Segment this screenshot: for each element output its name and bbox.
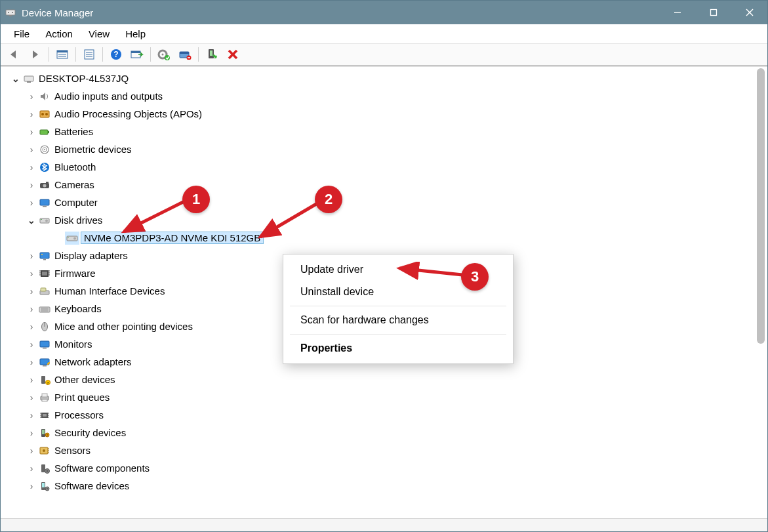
- expand-icon[interactable]: ›: [26, 162, 37, 173]
- expand-icon[interactable]: ›: [26, 375, 37, 385]
- svg-rect-44: [46, 182, 49, 184]
- menu-file[interactable]: File: [6, 26, 37, 42]
- help-button[interactable]: ?: [106, 45, 126, 64]
- tree-category-sensors[interactable]: ›Sensors: [6, 441, 767, 459]
- tree-category-swdev[interactable]: ›Software devices: [6, 477, 767, 495]
- battery-icon: [37, 125, 52, 138]
- tree-item-label: DESKTOP-4L537JQ: [39, 73, 129, 84]
- expand-icon[interactable]: ›: [26, 144, 37, 155]
- tree-category-security[interactable]: ›Security devices: [6, 424, 767, 441]
- scrollbar-thumb[interactable]: [757, 68, 765, 344]
- expand-icon[interactable]: ›: [26, 197, 37, 208]
- svg-rect-5: [710, 10, 716, 16]
- tree-item-label: Bluetooth: [54, 161, 96, 173]
- expand-icon[interactable]: ›: [26, 268, 37, 279]
- svg-point-34: [41, 113, 44, 115]
- collapse-icon[interactable]: ⌄: [10, 73, 22, 84]
- statusbar: [1, 518, 767, 531]
- svg-point-48: [45, 219, 48, 222]
- svg-point-51: [73, 237, 76, 239]
- uninstall-device-button[interactable]: [175, 45, 195, 64]
- tree-category-swcomp[interactable]: ›Software components: [6, 459, 767, 477]
- show-hide-console-tree-button[interactable]: [52, 45, 72, 64]
- svg-line-107: [260, 201, 321, 237]
- tree-category-cpu[interactable]: ›Processors: [6, 406, 767, 424]
- svg-rect-32: [27, 81, 31, 83]
- scrollbar[interactable]: [756, 67, 766, 506]
- menu-view[interactable]: View: [81, 26, 117, 42]
- tree-category-battery[interactable]: ›Batteries: [6, 123, 767, 140]
- svg-rect-57: [42, 272, 47, 276]
- expand-icon[interactable]: ›: [26, 91, 37, 102]
- collapse-icon[interactable]: ⌄: [26, 215, 37, 226]
- expand-icon[interactable]: ›: [26, 428, 37, 438]
- tree-category-camera[interactable]: ›Cameras: [6, 176, 767, 194]
- scan-hardware-button[interactable]: [127, 45, 147, 64]
- nav-forward-button[interactable]: [26, 45, 45, 64]
- hid-icon: [37, 285, 52, 298]
- tree-category-other[interactable]: ›?Other devices: [6, 371, 767, 388]
- window-title: Device Manager: [22, 7, 659, 18]
- tree-root[interactable]: ⌄DESKTOP-4L537JQ: [6, 70, 767, 87]
- biometric-icon: [37, 143, 52, 156]
- tree-category-apo[interactable]: ›Audio Processing Objects (APOs): [6, 105, 767, 123]
- expand-icon[interactable]: ›: [26, 410, 37, 420]
- svg-point-3: [12, 12, 13, 13]
- expand-icon[interactable]: ›: [26, 251, 37, 261]
- toolbar-separator: [102, 47, 103, 62]
- properties-button[interactable]: [79, 45, 99, 64]
- expand-icon[interactable]: ›: [26, 357, 37, 367]
- security-icon: [37, 426, 52, 440]
- svg-rect-83: [43, 414, 47, 417]
- annotation-badge-1: 1: [182, 186, 210, 213]
- svg-text:?: ?: [113, 50, 118, 59]
- mouse-icon: [37, 320, 52, 333]
- tree-item-label: Audio inputs and outputs: [54, 91, 163, 102]
- annotation-arrow-1: [119, 197, 191, 237]
- context-menu-item[interactable]: Properties: [283, 337, 513, 359]
- bluetooth-icon: [37, 161, 52, 174]
- expand-icon[interactable]: ›: [26, 481, 37, 491]
- minimize-button[interactable]: [659, 1, 695, 24]
- tree-item-label: Sensors: [54, 445, 91, 456]
- close-button[interactable]: [731, 1, 767, 24]
- svg-rect-45: [40, 199, 49, 205]
- expand-icon[interactable]: ›: [26, 445, 37, 456]
- tree-category-printer[interactable]: ›Print queues: [6, 388, 767, 406]
- maximize-button[interactable]: [695, 1, 731, 24]
- svg-rect-52: [68, 237, 69, 237]
- svg-rect-72: [40, 341, 49, 347]
- expand-icon[interactable]: ›: [26, 339, 37, 350]
- tree-category-bluetooth[interactable]: ›Bluetooth: [6, 158, 767, 176]
- disable-device-button[interactable]: [223, 45, 243, 64]
- svg-point-105: [47, 488, 48, 489]
- svg-line-106: [124, 201, 184, 232]
- expand-icon[interactable]: ›: [26, 180, 37, 190]
- tree-item-label: Software devices: [54, 480, 129, 491]
- annotation-arrow-3: [394, 262, 466, 281]
- expand-icon[interactable]: ›: [26, 109, 37, 119]
- menu-help[interactable]: Help: [117, 26, 153, 42]
- update-driver-button[interactable]: [154, 45, 174, 64]
- tree-item-label: Print queues: [54, 392, 110, 403]
- expand-icon[interactable]: ›: [26, 286, 37, 297]
- expand-icon[interactable]: ›: [26, 127, 37, 137]
- tree-item-label: Display adapters: [54, 250, 128, 261]
- tree-category-speaker[interactable]: ›Audio inputs and outputs: [6, 87, 767, 105]
- enable-device-button[interactable]: [202, 45, 222, 64]
- nav-back-button[interactable]: [5, 45, 24, 64]
- tree-item-label: Processors: [54, 409, 104, 420]
- monitor-icon: [37, 338, 52, 351]
- menu-action[interactable]: Action: [37, 26, 81, 42]
- svg-point-40: [44, 149, 45, 150]
- expand-icon[interactable]: ›: [26, 304, 37, 314]
- expand-icon[interactable]: ›: [26, 321, 37, 332]
- expand-icon[interactable]: ›: [26, 463, 37, 474]
- tree-item-label: Biometric devices: [54, 144, 132, 155]
- tree-category-biometric[interactable]: ›Biometric devices: [6, 140, 767, 158]
- expand-icon[interactable]: ›: [26, 392, 37, 403]
- svg-rect-49: [41, 219, 42, 220]
- tree-item-label: Disk drives: [54, 215, 102, 226]
- svg-rect-53: [40, 253, 49, 258]
- context-menu-item[interactable]: Scan for hardware changes: [283, 309, 513, 331]
